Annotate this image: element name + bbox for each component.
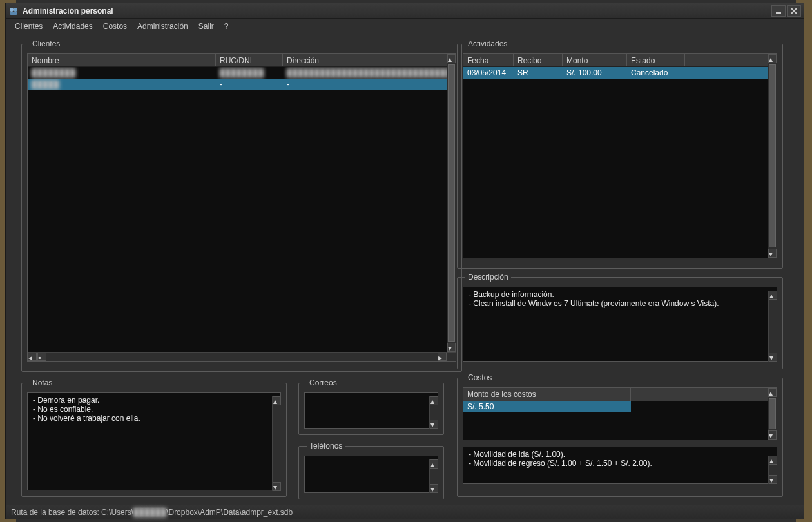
- costos-table[interactable]: Monto de los costos S/. 5.50 ▴ ▾: [463, 387, 777, 440]
- scroll-down-button[interactable]: ▾: [768, 430, 777, 440]
- cell-monto-costos: S/. 5.50: [463, 401, 631, 412]
- scroll-up-button[interactable]: ▴: [447, 54, 456, 63]
- cell-ruc: ████████: [216, 67, 283, 79]
- cell-estado: Cancelado: [627, 67, 685, 79]
- scroll-down-button[interactable]: ▾: [273, 482, 281, 491]
- svg-point-0: [10, 8, 14, 12]
- minimize-button[interactable]: [771, 5, 786, 17]
- menu-administracion[interactable]: Administración: [133, 20, 192, 33]
- table-row[interactable]: S/. 5.50: [463, 401, 631, 412]
- scroll-up-button[interactable]: ▴: [768, 54, 777, 63]
- menubar: Clientes Actividades Costos Administraci…: [6, 19, 804, 34]
- scroll-right-button[interactable]: ▸: [438, 353, 447, 361]
- status-path-prefix: Ruta de la base de datos: C:\Users\: [11, 508, 133, 517]
- costos-detail-vscrollbar[interactable]: ▴ ▾: [768, 456, 777, 484]
- col-nombre[interactable]: Nombre: [28, 54, 216, 66]
- scroll-up-button[interactable]: ▴: [273, 396, 281, 405]
- col-monto-costos[interactable]: Monto de los costos: [463, 388, 631, 401]
- descripcion-text[interactable]: - Backup de información. - Clean install…: [463, 287, 777, 362]
- cell-ruc: -: [216, 79, 283, 90]
- col-fecha[interactable]: Fecha: [463, 54, 514, 66]
- menu-salir[interactable]: Salir: [195, 20, 218, 33]
- cell-recibo: SR: [514, 67, 563, 79]
- cell-fecha: 03/05/2014: [463, 67, 514, 79]
- cell-direccion: ██████████████████████████████: [283, 67, 456, 79]
- scroll-up-button[interactable]: ▴: [769, 291, 777, 300]
- col-estado[interactable]: Estado: [627, 54, 685, 66]
- scroll-mid-button[interactable]: ▪: [37, 353, 46, 361]
- col-monto[interactable]: Monto: [563, 54, 627, 66]
- actividades-header: Fecha Recibo Monto Estado: [463, 54, 777, 67]
- svg-rect-2: [10, 12, 17, 15]
- telefonos-text[interactable]: [304, 456, 438, 493]
- telefonos-vscrollbar[interactable]: ▴ ▾: [429, 459, 438, 493]
- costos-header: Monto de los costos: [463, 388, 777, 401]
- descripcion-legend: Descripción: [465, 273, 511, 282]
- scroll-left-button[interactable]: ◂: [28, 353, 37, 361]
- clientes-body: ████████ ████████ ██████████████████████…: [28, 67, 456, 353]
- scroll-down-button[interactable]: ▾: [430, 484, 438, 493]
- scroll-down-button[interactable]: ▾: [447, 343, 456, 352]
- titlebar: Administración personal: [6, 3, 804, 19]
- cell-nombre: ████████: [28, 67, 216, 79]
- notas-group: Notas - Demora en pagar. - No es confiab…: [21, 378, 287, 497]
- statusbar: Ruta de la base de datos: C:\Users\ ████…: [6, 505, 804, 519]
- cell-direccion: -: [283, 79, 456, 90]
- costos-vscrollbar[interactable]: ▴ ▾: [768, 388, 777, 440]
- menu-costos[interactable]: Costos: [99, 20, 131, 33]
- scroll-down-button[interactable]: ▾: [769, 475, 777, 484]
- clientes-table[interactable]: Nombre RUC/DNI Dirección ████████ ██████…: [27, 53, 456, 362]
- clientes-header: Nombre RUC/DNI Dirección: [28, 54, 456, 67]
- telefonos-legend: Teléfonos: [307, 441, 345, 450]
- correos-legend: Correos: [307, 378, 340, 387]
- status-path-user: ██████: [133, 508, 166, 517]
- col-ruc[interactable]: RUC/DNI: [216, 54, 283, 66]
- menu-actividades[interactable]: Actividades: [49, 20, 96, 33]
- notas-text[interactable]: - Demora en pagar. - No es confiable. - …: [27, 392, 281, 490]
- table-row[interactable]: 03/05/2014 SR S/. 100.00 Cancelado: [463, 67, 777, 79]
- cell-nombre: █████: [28, 79, 216, 90]
- cell-monto: S/. 100.00: [563, 67, 627, 79]
- col-recibo[interactable]: Recibo: [514, 54, 563, 66]
- table-row[interactable]: █████ - -: [28, 79, 456, 90]
- menu-help[interactable]: ?: [220, 20, 233, 33]
- correos-text[interactable]: [304, 392, 438, 429]
- status-path-suffix: \Dropbox\AdmP\Data\admpr_ext.sdb: [166, 508, 293, 517]
- window-title: Administración personal: [23, 6, 770, 15]
- scroll-up-button[interactable]: ▴: [430, 459, 438, 469]
- scroll-thumb[interactable]: [448, 64, 455, 342]
- svg-point-1: [14, 8, 17, 12]
- scroll-down-button[interactable]: ▾: [768, 249, 777, 258]
- close-button[interactable]: [787, 5, 801, 17]
- scroll-thumb[interactable]: [769, 398, 776, 429]
- scroll-up-button[interactable]: ▴: [769, 456, 777, 465]
- scroll-down-button[interactable]: ▾: [430, 420, 438, 429]
- costos-legend: Costos: [465, 373, 494, 382]
- scroll-up-button[interactable]: ▴: [768, 388, 777, 397]
- notas-vscrollbar[interactable]: ▴ ▾: [272, 396, 281, 491]
- clientes-vscrollbar[interactable]: ▴ ▾: [447, 54, 456, 361]
- actividades-table[interactable]: Fecha Recibo Monto Estado 03/05/2014 SR …: [463, 53, 777, 258]
- table-row[interactable]: ████████ ████████ ██████████████████████…: [28, 67, 456, 79]
- descripcion-group: Descripción - Backup de información. - C…: [457, 273, 783, 369]
- scroll-thumb[interactable]: [769, 64, 776, 247]
- svg-rect-3: [776, 12, 781, 14]
- costos-body: S/. 5.50: [463, 401, 777, 412]
- content-area: Clientes Nombre RUC/DNI Dirección ██████…: [6, 34, 804, 505]
- telefonos-group: Teléfonos ▴ ▾: [298, 441, 444, 499]
- scroll-up-button[interactable]: ▴: [430, 396, 438, 405]
- costos-detail-text[interactable]: - Movilidad de ida (S/. 1.00). - Movilid…: [463, 447, 777, 484]
- clientes-group: Clientes Nombre RUC/DNI Dirección ██████…: [21, 39, 462, 372]
- menu-clientes[interactable]: Clientes: [11, 20, 46, 33]
- actividades-body: 03/05/2014 SR S/. 100.00 Cancelado: [463, 67, 777, 79]
- app-window: Administración personal Clientes Activid…: [5, 3, 804, 519]
- correos-group: Correos ▴ ▾: [298, 378, 444, 435]
- col-direccion[interactable]: Dirección: [283, 54, 456, 66]
- correos-vscrollbar[interactable]: ▴ ▾: [429, 396, 438, 429]
- actividades-group: Actividades Fecha Recibo Monto Estado 03…: [457, 39, 783, 269]
- clientes-hscrollbar[interactable]: ◂ ▪ ▸: [28, 352, 456, 361]
- descripcion-vscrollbar[interactable]: ▴ ▾: [768, 291, 777, 362]
- actividades-vscrollbar[interactable]: ▴ ▾: [768, 54, 777, 258]
- costos-group: Costos Monto de los costos S/. 5.50 ▴ ▾: [457, 373, 783, 497]
- scroll-down-button[interactable]: ▾: [769, 353, 777, 362]
